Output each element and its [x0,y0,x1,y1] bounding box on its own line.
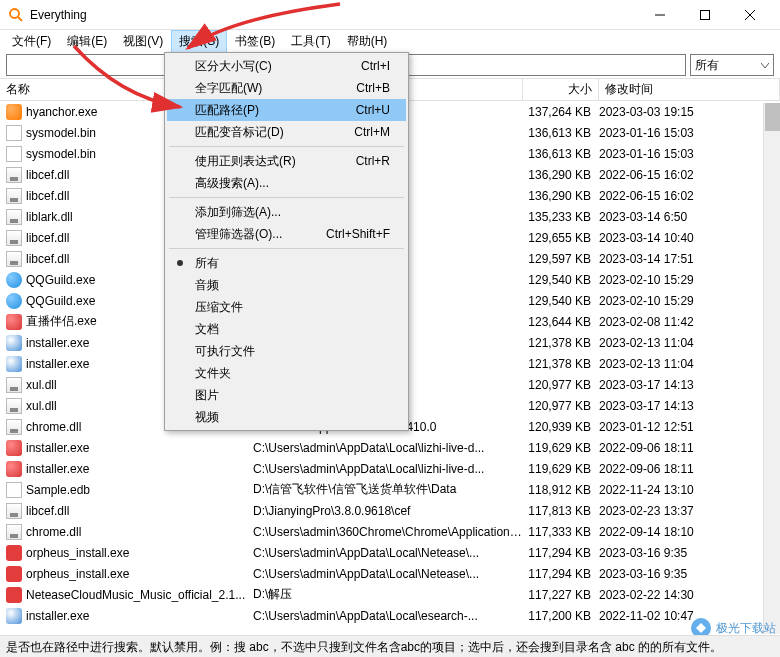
file-row[interactable]: Sample.edbD:\信管飞软件\信管飞送货单软件\Data118,912 … [0,479,780,500]
bin-icon [6,146,22,162]
file-date: 2023-02-10 15:29 [599,294,774,308]
menu-item[interactable]: 使用正则表达式(R)Ctrl+R [167,150,406,172]
svg-line-1 [18,17,22,21]
menu-item[interactable]: 区分大小写(C)Ctrl+I [167,55,406,77]
dll-icon [6,419,22,435]
file-date: 2023-02-13 11:04 [599,336,774,350]
file-row[interactable]: installer.exeC:\Users\admin\AppData\Loca… [0,437,780,458]
file-name: sysmodel.bin [26,126,96,140]
column-size[interactable]: 大小 [523,79,599,100]
netease-icon [6,587,22,603]
menu-item-label: 可执行文件 [195,343,255,360]
menu-file[interactable]: 文件(F) [4,30,59,53]
file-size: 120,939 KB [523,420,599,434]
file-date: 2022-06-15 16:02 [599,168,774,182]
app-icon [8,7,24,23]
file-icon [6,482,22,498]
menu-item[interactable]: 压缩文件 [167,296,406,318]
menu-item[interactable]: 可执行文件 [167,340,406,362]
file-size: 117,227 KB [523,588,599,602]
file-size: 136,290 KB [523,189,599,203]
file-name: hyanchor.exe [26,105,97,119]
menu-item[interactable]: 图片 [167,384,406,406]
file-date: 2023-02-13 11:04 [599,357,774,371]
file-row[interactable]: installer.exeC:\Users\admin\AppData\Loca… [0,458,780,479]
svg-point-0 [10,9,19,18]
file-row[interactable]: orpheus_install.exeC:\Users\admin\AppDat… [0,542,780,563]
bin-icon [6,125,22,141]
file-date: 2023-03-14 10:40 [599,231,774,245]
menu-edit[interactable]: 编辑(E) [59,30,115,53]
scrollbar[interactable] [763,103,780,634]
menu-item[interactable]: 管理筛选器(O)...Ctrl+Shift+F [167,223,406,245]
column-date[interactable]: 修改时间 [599,79,780,100]
file-size: 129,597 KB [523,252,599,266]
file-size: 118,912 KB [523,483,599,497]
file-row[interactable]: NeteaseCloudMusic_Music_official_2.1...D… [0,584,780,605]
dll-icon [6,398,22,414]
menu-bookmark[interactable]: 书签(B) [227,30,283,53]
file-row[interactable]: chrome.dllC:\Users\admin\360Chrome\Chrom… [0,521,780,542]
file-name: installer.exe [26,609,89,623]
file-name: libcef.dll [26,168,69,182]
file-date: 2022-09-14 18:10 [599,525,774,539]
menu-search[interactable]: 搜索(S) [171,30,227,53]
file-size: 121,378 KB [523,336,599,350]
file-name: sysmodel.bin [26,147,96,161]
menu-tools[interactable]: 工具(T) [283,30,338,53]
menu-item[interactable]: 文档 [167,318,406,340]
file-name: libcef.dll [26,231,69,245]
dll-icon [6,209,22,225]
file-date: 2022-11-24 13:10 [599,483,774,497]
file-size: 117,333 KB [523,525,599,539]
file-date: 2023-02-23 13:37 [599,504,774,518]
filter-value: 所有 [695,57,719,74]
menu-view[interactable]: 视图(V) [115,30,171,53]
qq-icon [6,293,22,309]
menu-item[interactable]: 所有 [167,252,406,274]
file-row[interactable]: orpheus_install.exeC:\Users\admin\AppDat… [0,563,780,584]
menu-help[interactable]: 帮助(H) [339,30,396,53]
menu-item[interactable]: 匹配变音标记(D)Ctrl+M [167,121,406,143]
file-size: 136,290 KB [523,168,599,182]
menu-item[interactable]: 文件夹 [167,362,406,384]
file-size: 117,294 KB [523,567,599,581]
file-path: D:\JianyingPro\3.8.0.9618\cef [253,504,523,518]
red-icon [6,440,22,456]
dll-icon [6,167,22,183]
red-icon [6,461,22,477]
menu-item[interactable]: 匹配路径(P)Ctrl+U [167,99,406,121]
scroll-thumb[interactable] [765,103,780,131]
menu-item[interactable]: 视频 [167,406,406,428]
minimize-button[interactable] [637,0,682,30]
menu-item[interactable]: 全字匹配(W)Ctrl+B [167,77,406,99]
file-name: libcef.dll [26,252,69,266]
file-row[interactable]: installer.exeC:\Users\admin\AppData\Loca… [0,605,780,626]
menu-item-label: 区分大小写(C) [195,58,272,75]
menu-item[interactable]: 高级搜索(A)... [167,172,406,194]
file-row[interactable]: libcef.dllD:\JianyingPro\3.8.0.9618\cef1… [0,500,780,521]
search-menu-dropdown: 区分大小写(C)Ctrl+I全字匹配(W)Ctrl+B匹配路径(P)Ctrl+U… [164,52,409,431]
menu-shortcut: Ctrl+B [356,81,390,95]
close-button[interactable] [727,0,772,30]
file-name: liblark.dll [26,210,73,224]
file-name: NeteaseCloudMusic_Music_official_2.1... [26,588,245,602]
menu-item-label: 管理筛选器(O)... [195,226,282,243]
menu-item[interactable]: 添加到筛选(A)... [167,201,406,223]
file-name: orpheus_install.exe [26,567,129,581]
filter-select[interactable]: 所有 [690,54,774,76]
file-name: chrome.dll [26,420,81,434]
file-size: 135,233 KB [523,210,599,224]
netease-icon [6,545,22,561]
file-name: xul.dll [26,399,57,413]
file-date: 2023-03-17 14:13 [599,399,774,413]
file-size: 123,644 KB [523,315,599,329]
exe-icon [6,335,22,351]
file-path: C:\Users\admin\AppData\Local\lizhi-live-… [253,441,523,455]
exe-icon [6,608,22,624]
menu-item[interactable]: 音频 [167,274,406,296]
maximize-button[interactable] [682,0,727,30]
svg-rect-3 [700,10,709,19]
menu-shortcut: Ctrl+I [361,59,390,73]
file-date: 2023-03-03 19:15 [599,105,774,119]
